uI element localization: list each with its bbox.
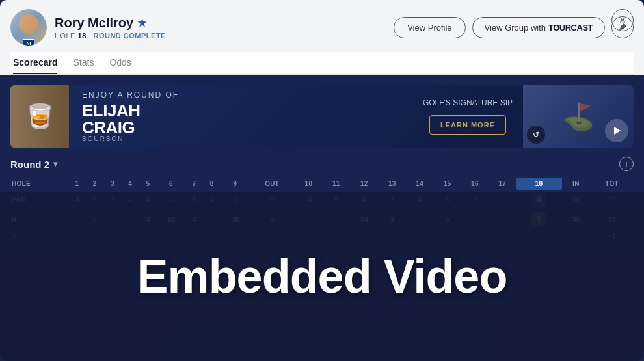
learn-more-button[interactable]: LEARN MORE — [429, 115, 506, 135]
view-profile-button[interactable]: View Profile — [394, 17, 465, 38]
ad-action: GOLF'S SIGNATURE SIP LEARN MORE — [412, 98, 523, 135]
player-info: NI Rory McIlroy ★ HOLE 18 ROUND COMPLETE — [10, 9, 166, 46]
col-9: 9 — [221, 178, 249, 190]
col-2: 2 — [86, 178, 103, 190]
col-14: 14 — [406, 178, 433, 190]
tabs: Scorecard Stats Odds — [10, 52, 634, 74]
round-selector-row: Round 2 ▾ i — [10, 157, 634, 171]
replay-button[interactable]: ↺ — [527, 126, 545, 144]
embedded-video-text: Embedded Video — [137, 250, 507, 303]
tab-stats[interactable]: Stats — [73, 52, 94, 74]
col-12: 12 — [350, 178, 379, 190]
video-play-button[interactable] — [605, 119, 628, 142]
ad-brand: ELIJAH CRAIG BOURBON — [82, 102, 399, 142]
col-5: 5 — [139, 178, 157, 190]
ad-top-text: ENJOY A ROUND OF — [82, 90, 399, 100]
col-10: 10 — [295, 178, 322, 190]
player-details: Rory McIlroy ★ HOLE 18 ROUND COMPLETE — [55, 16, 166, 40]
flag-icon: NI — [23, 39, 34, 46]
view-group-prefix: View Group with — [485, 23, 546, 33]
player-name-text: Rory McIlroy — [55, 16, 133, 31]
view-group-button[interactable]: View Group with TOURCAST — [472, 17, 605, 38]
close-button[interactable]: × — [611, 9, 634, 31]
tourcast-logo: TOURCAST — [548, 23, 593, 33]
bourbon-bottle-icon: 🥃 — [25, 103, 55, 130]
col-1: 1 — [68, 178, 86, 190]
col-hole: HOLE — [10, 178, 68, 190]
ad-video-thumb: ⛳ ↺ — [523, 85, 634, 148]
round-label: Round 2 — [10, 159, 49, 170]
header-top: NI Rory McIlroy ★ HOLE 18 ROUND COMPLETE — [10, 9, 634, 46]
ad-left: 🥃 — [10, 85, 69, 148]
col-in: IN — [562, 178, 591, 190]
col-8: 8 — [203, 178, 221, 190]
col-11: 11 — [323, 178, 350, 190]
col-tot: TOT — [590, 178, 634, 190]
star-icon: ★ — [137, 17, 146, 29]
tab-scorecard[interactable]: Scorecard — [13, 52, 57, 74]
ad-tagline: GOLF'S SIGNATURE SIP — [423, 98, 513, 107]
col-16: 16 — [461, 178, 489, 190]
ad-banner: 🥃 ENJOY A ROUND OF ELIJAH CRAIG BOURBON … — [10, 85, 634, 148]
player-name: Rory McIlroy ★ — [55, 16, 166, 31]
tab-odds[interactable]: Odds — [109, 52, 131, 74]
tab-divider — [10, 74, 634, 75]
ad-right: ⛳ ↺ — [523, 85, 634, 148]
col-out: OUT — [249, 178, 295, 190]
svg-marker-0 — [614, 127, 621, 135]
table-header-row: HOLE 1 2 3 4 5 6 7 8 9 OUT 10 11 12 13 1… — [10, 178, 634, 190]
player-status: HOLE 18 ROUND COMPLETE — [55, 32, 166, 40]
col-4: 4 — [122, 178, 139, 190]
col-6: 6 — [157, 178, 185, 190]
chevron-down-icon: ▾ — [53, 159, 57, 168]
col-3: 3 — [103, 178, 121, 190]
col-15: 15 — [433, 178, 461, 190]
col-13: 13 — [379, 178, 406, 190]
embedded-video-overlay: Embedded Video — [0, 192, 644, 361]
col-7: 7 — [185, 178, 203, 190]
ad-middle: ENJOY A ROUND OF ELIJAH CRAIG BOURBON — [69, 85, 412, 148]
header: NI Rory McIlroy ★ HOLE 18 ROUND COMPLETE — [0, 0, 644, 75]
col-17: 17 — [489, 178, 516, 190]
info-icon[interactable]: i — [619, 157, 634, 171]
col-18: 18 — [516, 178, 561, 190]
modal-container: NI Rory McIlroy ★ HOLE 18 ROUND COMPLETE — [0, 0, 644, 361]
round-selector[interactable]: Round 2 ▾ — [10, 159, 57, 170]
avatar: NI — [10, 9, 47, 46]
header-buttons: View Profile View Group with TOURCAST × — [394, 16, 634, 38]
